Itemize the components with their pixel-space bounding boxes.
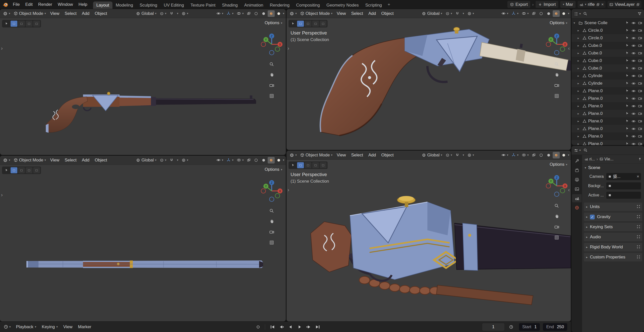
navigation-gizmo[interactable]: Z X Y: [545, 174, 568, 197]
render-visibility-icon[interactable]: [638, 28, 642, 33]
select-mode-button[interactable]: [320, 162, 327, 168]
drag-grip-icon[interactable]: [637, 235, 638, 236]
properties-editor-type-button[interactable]: ▾: [574, 148, 581, 153]
jump-to-end-button[interactable]: [313, 323, 322, 331]
disclosure-triangle-icon[interactable]: ▸: [578, 29, 581, 32]
disclosure-triangle-icon[interactable]: ▸: [578, 127, 581, 130]
outliner-object-row[interactable]: ▸ Cube.0: [572, 57, 644, 64]
mode-selector[interactable]: Object Mode ▾: [299, 151, 334, 159]
shading-wireframe-button[interactable]: [253, 10, 260, 17]
shading-material-button[interactable]: [553, 10, 560, 17]
selectable-icon[interactable]: [625, 142, 629, 145]
filter-icon[interactable]: [637, 12, 642, 16]
viewport-menu-item[interactable]: View: [48, 10, 62, 17]
overlays-dropdown[interactable]: ▾: [235, 10, 245, 17]
app-menu-item[interactable]: Help: [76, 0, 90, 9]
overlays-dropdown[interactable]: ▾: [235, 156, 245, 164]
viewport-menu-item[interactable]: Object: [92, 156, 110, 164]
disclosure-triangle-icon[interactable]: ▸: [578, 135, 581, 138]
outliner-object-row[interactable]: ▸ Cylinde: [572, 80, 644, 87]
transform-orientation-dropdown[interactable]: Global ▾: [420, 151, 444, 159]
select-circle-button[interactable]: [18, 167, 25, 173]
viewport-menu-item[interactable]: Object: [379, 151, 396, 159]
render-visibility-icon[interactable]: [638, 66, 642, 71]
selectable-icon[interactable]: [625, 81, 629, 86]
render-visibility-icon[interactable]: [638, 134, 642, 139]
tweak-tool-button[interactable]: [290, 21, 296, 27]
hide-eye-icon[interactable]: [631, 59, 636, 63]
hide-eye-icon[interactable]: [631, 96, 636, 101]
hide-eye-icon[interactable]: [631, 89, 636, 93]
tab-render[interactable]: [572, 166, 582, 174]
properties-section-header[interactable]: ▸ Rigid Body World: [584, 243, 642, 251]
viewport-canvas[interactable]: Options ▾ Z X Y User Perspective: [287, 18, 571, 150]
object-type-visibility-dropdown[interactable]: ▾: [500, 151, 510, 159]
render-visibility-icon[interactable]: [638, 81, 642, 86]
frame-end-field[interactable]: End 250: [543, 323, 567, 331]
render-visibility-icon[interactable]: [638, 142, 642, 145]
render-visibility-icon[interactable]: [638, 36, 642, 40]
proportional-editing-dropdown[interactable]: ▾: [466, 10, 476, 17]
property-field[interactable]: 摄... ×: [606, 173, 641, 180]
zoom-icon[interactable]: [267, 60, 276, 68]
select-box-button[interactable]: [297, 162, 304, 168]
proportional-editing-dropdown[interactable]: ▾: [180, 156, 190, 164]
select-lasso-button[interactable]: [26, 167, 32, 173]
viewport-menu-item[interactable]: View: [334, 10, 348, 17]
import-button[interactable]: Import: [536, 1, 558, 8]
mode-selector[interactable]: Object Mode ▾: [12, 156, 48, 164]
disclosure-triangle-icon[interactable]: ▸: [578, 36, 581, 40]
render-visibility-icon[interactable]: [638, 104, 642, 108]
zoom-icon[interactable]: [267, 207, 276, 215]
viewport-menu-item[interactable]: Add: [366, 151, 378, 159]
hide-eye-icon[interactable]: [631, 36, 636, 40]
hide-eye-icon[interactable]: [631, 134, 636, 139]
drag-grip-icon[interactable]: [637, 215, 638, 216]
render-visibility-icon[interactable]: [638, 119, 642, 123]
render-visibility-icon[interactable]: [638, 44, 642, 48]
disclosure-triangle-icon[interactable]: ▸: [578, 74, 581, 78]
shading-solid-button[interactable]: [260, 157, 267, 163]
render-visibility-icon[interactable]: [638, 59, 642, 63]
hide-eye-icon[interactable]: [631, 127, 636, 131]
outliner-object-row[interactable]: ▸ Plane.0: [572, 102, 644, 110]
xray-toggle[interactable]: [245, 156, 252, 164]
select-lasso-button[interactable]: [312, 162, 319, 168]
viewport-canvas[interactable]: Options ▾ Z X Y ›: [0, 165, 286, 321]
outliner-object-row[interactable]: ▸ Plane.0: [572, 117, 644, 125]
export-button[interactable]: Export: [507, 1, 530, 8]
outliner-object-row[interactable]: ▸ Plane.0: [572, 132, 644, 140]
selectable-icon[interactable]: [625, 44, 629, 48]
shading-rendered-button[interactable]: [560, 10, 567, 17]
select-mode-button[interactable]: [33, 21, 40, 27]
hide-eye-icon[interactable]: [631, 112, 636, 116]
xray-toggle[interactable]: [245, 10, 252, 17]
shading-wireframe-button[interactable]: [538, 10, 545, 17]
outliner-object-row[interactable]: ▸ Cube.0: [572, 49, 644, 57]
hide-eye-icon[interactable]: [631, 66, 636, 71]
drag-grip-icon[interactable]: [637, 205, 638, 206]
object-type-visibility-dropdown[interactable]: ▾: [215, 10, 225, 17]
selectable-icon[interactable]: [625, 51, 629, 55]
shading-material-button[interactable]: [553, 152, 560, 158]
select-box-button[interactable]: [11, 21, 17, 27]
viewport-menu-item[interactable]: Select: [349, 151, 366, 159]
collapse-chevron-icon[interactable]: ›: [532, 2, 534, 7]
zoom-icon[interactable]: [552, 60, 561, 68]
properties-section-header[interactable]: ▸ Audio: [584, 233, 642, 241]
outliner-object-row[interactable]: ▸ Circle.0: [572, 34, 644, 42]
blender-logo-icon[interactable]: [3, 2, 9, 8]
search-icon[interactable]: [583, 12, 587, 16]
workspace-tab[interactable]: Geometry Nodes: [323, 2, 362, 9]
app-menu-item[interactable]: File: [10, 0, 22, 9]
disclosure-triangle-icon[interactable]: ▸: [578, 51, 581, 55]
hide-eye-icon[interactable]: [631, 81, 636, 86]
shading-rendered-button[interactable]: [275, 10, 282, 17]
pivot-point-dropdown[interactable]: ▾: [444, 10, 454, 17]
next-keyframe-button[interactable]: [304, 323, 313, 331]
snap-settings-dropdown[interactable]: ▾: [175, 156, 180, 164]
outliner-object-row[interactable]: ▸ Plane.0: [572, 95, 644, 102]
outliner-object-row[interactable]: ▸ Cube.0: [572, 42, 644, 49]
ortho-grid-icon[interactable]: [552, 92, 561, 100]
hide-eye-icon[interactable]: [631, 74, 636, 78]
